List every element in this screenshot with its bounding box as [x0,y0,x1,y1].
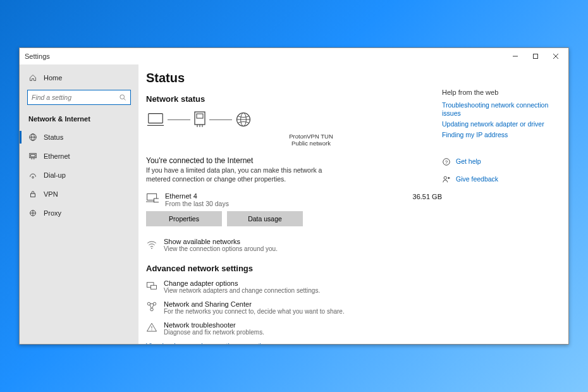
svg-point-41 [151,329,152,330]
get-help-link[interactable]: Get help [456,157,481,166]
svg-line-37 [150,305,151,308]
troubleshooter-title: Network troubleshooter [164,321,264,329]
vpn-icon [28,190,37,199]
svg-point-4 [120,95,125,99]
sharing-center-row[interactable]: Network and Sharing Center For the netwo… [146,300,442,315]
network-status-heading: Network status [146,94,442,104]
sidebar-item-label: Proxy [44,209,61,217]
sidebar-item-dialup[interactable]: Dial-up [20,166,138,185]
sidebar-home-label: Home [44,74,62,82]
sharing-center-title: Network and Sharing Center [164,300,345,308]
connected-desc: If you have a limited data plan, you can… [146,166,336,183]
titlebar: Settings [20,48,568,64]
sidebar-item-label: Ethernet [44,152,70,160]
svg-point-13 [32,176,34,178]
sidebar-item-label: Dial-up [44,171,66,179]
sidebar-item-proxy[interactable]: Proxy [20,204,138,223]
feedback-icon [442,175,451,184]
get-help-row[interactable]: ? Get help [442,157,562,166]
svg-line-5 [124,99,126,101]
sidebar-section-label: Network & Internet [20,111,138,128]
show-networks-desc: View the connection options around you. [164,245,278,252]
show-networks-row[interactable]: Show available networks View the connect… [146,238,442,252]
troubleshooter-desc: Diagnose and fix network problems. [164,329,264,336]
close-button[interactable] [546,49,566,63]
advanced-heading: Advanced network settings [146,264,442,273]
give-feedback-link[interactable]: Give feedback [456,175,498,183]
svg-point-44 [444,176,446,179]
status-icon [28,133,37,142]
svg-point-36 [150,308,154,311]
wifi-icon [146,238,157,250]
svg-rect-10 [31,154,35,157]
svg-rect-14 [31,193,35,197]
search-icon [119,94,126,101]
minimize-button[interactable] [505,49,525,63]
show-networks-title: Show available networks [164,238,278,245]
svg-line-38 [152,305,154,308]
ethernet-icon [28,152,37,161]
sidebar-item-label: VPN [44,190,58,198]
page-title: Status [146,71,442,85]
svg-rect-18 [149,114,163,123]
sidebar-item-vpn[interactable]: VPN [20,185,138,204]
main-panel: Status Network status [138,64,568,344]
adapter-options-title: Change adapter options [164,279,320,287]
search-input[interactable] [27,90,131,105]
settings-window: Settings Home [19,47,569,345]
ethernet-name: Ethernet 4 [165,192,407,200]
help-link-update-adapter[interactable]: Updating network adapter or driver [442,120,562,128]
help-panel: Help from the web Troubleshooting networ… [442,71,562,338]
sharing-center-desc: For the networks you connect to, decide … [164,308,345,315]
sidebar-item-status[interactable]: Status [20,128,138,147]
svg-rect-30 [154,199,159,202]
connected-title: You're connected to the Internet [146,156,442,165]
home-icon [28,74,37,82]
svg-text:?: ? [445,159,448,164]
help-link-find-ip[interactable]: Finding my IP address [442,131,562,139]
adapter-type: Public network [180,140,442,147]
diagram-line [209,119,232,120]
svg-rect-1 [534,54,538,59]
globe-icon [235,111,252,128]
adapter-options-icon [146,279,157,291]
help-icon: ? [442,157,451,166]
data-usage-button[interactable]: Data usage [227,211,303,226]
sidebar-item-ethernet[interactable]: Ethernet [20,147,138,166]
properties-button[interactable]: Properties [146,211,222,226]
sidebar: Home Network & Internet Status Ethernet [20,64,138,344]
maximize-button[interactable] [525,49,546,63]
diagram-line [168,119,190,120]
sharing-center-icon [146,300,157,312]
svg-point-31 [151,248,152,249]
ethernet-row-icon [146,192,159,205]
view-hardware-link[interactable]: View hardware and connection properties [146,342,442,344]
dialup-icon [28,171,37,180]
ethernet-sub: From the last 30 days [165,200,407,207]
give-feedback-row[interactable]: Give feedback [442,175,562,184]
adapter-options-desc: View network adapters and change connect… [164,287,320,294]
network-diagram [146,110,442,129]
help-heading: Help from the web [442,89,562,96]
adapter-name: ProtonVPN TUN [180,133,442,140]
sidebar-item-label: Status [44,133,63,141]
svg-rect-21 [197,114,203,118]
help-link-troubleshoot[interactable]: Troubleshooting network connection issue… [442,101,562,118]
window-title: Settings [25,52,50,60]
window-controls [505,49,566,63]
computer-icon [146,110,165,129]
search-field[interactable] [32,94,116,101]
warning-icon [146,321,157,333]
adapter-icon [193,111,207,128]
adapter-options-row[interactable]: Change adapter options View network adap… [146,279,442,294]
troubleshooter-row[interactable]: Network troubleshooter Diagnose and fix … [146,321,442,336]
ethernet-usage-row: Ethernet 4 From the last 30 days 36.51 G… [146,192,442,207]
ethernet-usage: 36.51 GB [413,192,442,200]
svg-rect-33 [151,285,157,289]
proxy-icon [28,209,37,217]
sidebar-item-home[interactable]: Home [20,68,138,87]
